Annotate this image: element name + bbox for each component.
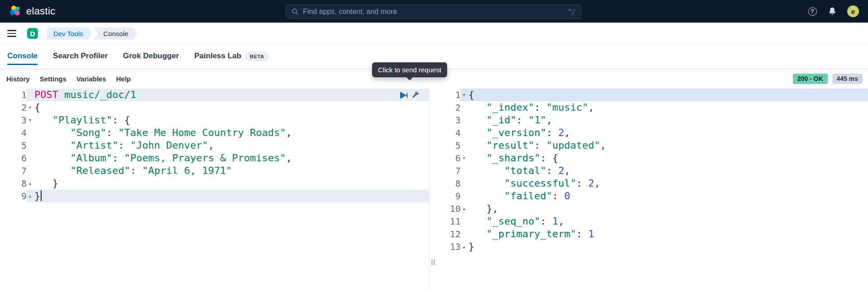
elastic-home-link[interactable]: elastic	[9, 5, 55, 18]
menu-item-variables[interactable]: Variables	[76, 75, 106, 83]
code-line[interactable]: 9 "failed": 0	[436, 190, 868, 202]
line-number: 6	[0, 152, 27, 164]
code-line[interactable]: 10▴ },	[436, 202, 868, 215]
fold-gutter	[461, 101, 467, 114]
beta-badge: BETA	[245, 52, 269, 61]
fold-toggle-icon[interactable]: ▴	[461, 240, 467, 253]
code-text: "_seq_no": 1,	[467, 215, 564, 228]
menu-toggle[interactable]	[7, 30, 16, 37]
code-line[interactable]: 3▾ "Playlist": {	[0, 114, 429, 127]
code-line[interactable]: 7 "total": 2,	[436, 164, 868, 177]
line-number: 1	[0, 89, 27, 101]
space-avatar[interactable]: D	[27, 28, 38, 39]
fold-toggle-icon[interactable]: ▾	[461, 152, 467, 164]
code-text: "_version": 2,	[467, 127, 570, 139]
code-line[interactable]: 11 "_seq_no": 1,	[436, 215, 868, 228]
code-text: POST music/_doc/1	[33, 89, 136, 101]
breadcrumb-dev-tools[interactable]: Dev Tools	[47, 28, 92, 40]
text-cursor	[41, 190, 42, 201]
code-text: "_id": "1",	[467, 114, 552, 127]
fold-toggle-icon[interactable]: ▾	[27, 101, 33, 114]
fold-gutter	[461, 127, 467, 139]
fold-toggle-icon[interactable]: ▴	[461, 202, 467, 215]
editor-resize-handle[interactable]	[429, 89, 436, 291]
line-number: 5	[0, 139, 27, 152]
line-number: 2	[436, 101, 461, 114]
fold-toggle-icon[interactable]: ▾	[461, 89, 467, 101]
request-lines: 1POST music/_doc/12▾{3▾ "Playlist": {4 "…	[0, 89, 429, 202]
user-avatar[interactable]: e	[847, 5, 859, 17]
global-search[interactable]: ^/	[286, 5, 581, 19]
code-text: "failed": 0	[467, 190, 570, 202]
code-text: {	[467, 89, 474, 101]
request-editor[interactable]: 1POST music/_doc/12▾{3▾ "Playlist": {4 "…	[0, 89, 429, 291]
menu-item-settings[interactable]: Settings	[40, 75, 66, 83]
code-text: "total": 2,	[467, 164, 570, 177]
tab-painless-lab[interactable]: Painless Lab BETA	[194, 45, 269, 69]
code-line[interactable]: 9▴}	[0, 190, 429, 202]
code-line[interactable]: 1▾{	[436, 89, 868, 101]
resize-grip-icon	[431, 259, 434, 265]
code-line[interactable]: 13▴}	[436, 240, 868, 253]
wrench-icon[interactable]	[411, 91, 420, 99]
help-icon[interactable]: ?	[807, 6, 817, 16]
breadcrumb-bar: D Dev Tools Console	[0, 23, 868, 45]
header-actions: ? e	[807, 5, 859, 17]
request-actions	[400, 91, 420, 99]
line-number: 5	[436, 139, 461, 152]
response-editor[interactable]: 1▾{2 "_index": "music",3 "_id": "1",4 "_…	[436, 89, 868, 291]
code-line[interactable]: 4 "Song": "Take Me Home Country Roads",	[0, 127, 429, 139]
menu-item-history[interactable]: History	[6, 75, 30, 83]
elastic-logo	[9, 5, 22, 18]
code-text: "Released": "April 6, 1971"	[33, 164, 232, 177]
fold-gutter	[27, 127, 33, 139]
menu-item-help[interactable]: Help	[116, 75, 131, 83]
line-number: 3	[0, 114, 27, 127]
line-number: 12	[436, 228, 461, 240]
code-line[interactable]: 2▾{	[0, 101, 429, 114]
code-line[interactable]: 8 "successful": 2,	[436, 177, 868, 190]
code-line[interactable]: 3 "_id": "1",	[436, 114, 868, 127]
line-number: 1	[436, 89, 461, 101]
code-line[interactable]: 6 "Album": "Poems, Prayers & Promises",	[0, 152, 429, 164]
code-line[interactable]: 7 "Released": "April 6, 1971"	[0, 164, 429, 177]
global-header: elastic ^/ ? e	[0, 0, 868, 23]
line-number: 9	[0, 190, 27, 202]
send-request-button[interactable]	[400, 92, 407, 99]
code-line[interactable]: 2 "_index": "music",	[436, 101, 868, 114]
code-text: },	[467, 202, 498, 215]
code-line[interactable]: 4 "_version": 2,	[436, 127, 868, 139]
code-line[interactable]: 6▾ "_shards": {	[436, 152, 868, 164]
tab-grok-debugger[interactable]: Grok Debugger	[123, 45, 179, 69]
code-text: "Song": "Take Me Home Country Roads",	[33, 127, 292, 139]
line-number: 3	[436, 114, 461, 127]
code-text: "Artist": "John Denver",	[33, 139, 214, 152]
code-line[interactable]: 12 "_primary_term": 1	[436, 228, 868, 240]
code-text: "_shards": {	[467, 152, 558, 164]
code-line[interactable]: 1POST music/_doc/1	[0, 89, 429, 101]
search-shortcut-hint: ^/	[568, 8, 576, 15]
tab-console[interactable]: Console	[7, 45, 38, 69]
fold-toggle-icon[interactable]: ▴	[27, 190, 33, 202]
code-text: "Playlist": {	[33, 114, 130, 127]
notifications-icon[interactable]	[827, 6, 837, 16]
breadcrumb: Dev Tools Console	[47, 28, 137, 40]
search-icon	[292, 8, 299, 15]
line-number: 9	[436, 190, 461, 202]
tab-search-profiler[interactable]: Search Profiler	[53, 45, 108, 69]
fold-gutter	[461, 190, 467, 202]
code-text: "_index": "music",	[467, 101, 594, 114]
response-status: 200 - OK 445 ms	[793, 74, 863, 84]
code-line[interactable]: 5 "result": "updated",	[436, 139, 868, 152]
fold-toggle-icon[interactable]: ▴	[27, 177, 33, 190]
breadcrumb-console: Console	[94, 28, 137, 40]
code-line[interactable]: 8▴ }	[0, 177, 429, 190]
fold-toggle-icon[interactable]: ▾	[27, 114, 33, 127]
code-line[interactable]: 5 "Artist": "John Denver",	[0, 139, 429, 152]
fold-gutter	[27, 89, 33, 101]
code-text: }	[33, 177, 58, 190]
search-input[interactable]	[303, 8, 564, 16]
code-text: "successful": 2,	[467, 177, 600, 190]
code-text: "Album": "Poems, Prayers & Promises",	[33, 152, 292, 164]
fold-gutter	[27, 152, 33, 164]
